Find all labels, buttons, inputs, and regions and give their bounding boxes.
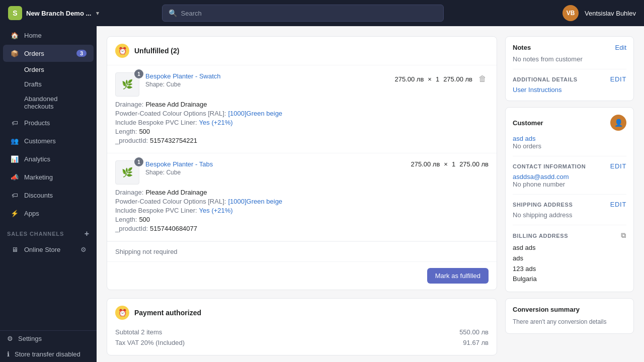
abandoned-label: Abandoned checkouts	[24, 95, 58, 110]
top-navigation: S New Branch Demo ... ▾ 🔍 VB Ventsislav …	[0, 0, 644, 26]
additional-details-section: ADDITIONAL DETAILS Edit User Instruction…	[513, 69, 626, 94]
avatar[interactable]: VB	[562, 5, 579, 21]
sidebar-sub-abandoned[interactable]: Abandoned checkouts	[3, 92, 94, 113]
delete-item-1-button[interactable]: 🗑	[476, 72, 489, 85]
sidebar-item-settings[interactable]: ⚙ Settings	[0, 331, 97, 346]
shipping-title: SHIPPING ADDRESS	[513, 202, 573, 208]
customer-name[interactable]: asd ads	[513, 135, 626, 142]
notes-title: Notes	[513, 44, 531, 51]
item-image-wrap-2: 🌿 1	[115, 160, 139, 185]
attr-drainage-1: Drainage: Please Add Drainage	[115, 101, 489, 108]
customer-orders: No orders	[513, 142, 626, 150]
item-attrs-2: Drainage: Please Add Drainage Powder-Coa…	[115, 189, 489, 232]
additional-details-content[interactable]: User Instructions	[513, 86, 562, 94]
search-icon: 🔍	[169, 9, 177, 17]
billing-copy-button[interactable]: ⧉	[621, 231, 626, 240]
payment-subtotal-row: Subtotal 2 items 550.00 лв	[115, 327, 489, 337]
sidebar-item-apps[interactable]: ⚡ Apps	[3, 205, 94, 222]
sidebar-item-label: Products	[24, 119, 50, 127]
unfulfilled-header: ⏰ Unfulfilled (2)	[107, 37, 497, 65]
settings-icon: ⚙	[7, 335, 13, 342]
sidebar-item-products[interactable]: 🏷 Products	[3, 114, 94, 131]
orders-sub-label: Orders	[24, 66, 44, 73]
sidebar-bottom: ⚙ Settings ℹ Store transfer disabled	[0, 330, 97, 362]
customer-card: Customer 👤 asd ads No orders CONTACT INF…	[505, 107, 634, 292]
shipping-row: Shipping not required	[107, 241, 497, 261]
search-bar[interactable]: 🔍	[162, 5, 444, 22]
sidebar-item-label: Discounts	[24, 192, 53, 199]
sidebar-item-label: Analytics	[24, 155, 50, 163]
sidebar-item-label: Home	[24, 32, 42, 39]
shipping-address-section: SHIPPING ADDRESS Edit No shipping addres…	[513, 194, 626, 219]
contact-email[interactable]: asddsa@asdd.com	[513, 173, 626, 180]
payment-icon: ⏰	[115, 306, 129, 320]
sidebar-item-discounts[interactable]: 🏷 Discounts	[3, 187, 94, 204]
payment-title: Payment authorized	[134, 309, 201, 317]
additional-details-edit-button[interactable]: Edit	[610, 75, 626, 83]
item-name-1[interactable]: Bespoke Planter - Swatch	[145, 72, 388, 80]
item-shape-2: Shape: Cube	[145, 169, 405, 176]
shape-label-2: Shape:	[145, 169, 165, 176]
sidebar-item-online-store[interactable]: 🖥 Online Store ⚙	[3, 241, 94, 258]
item-price-2: 275.00 лв × 1 275.00 лв	[411, 160, 489, 168]
attr-productid-1: _productId: 5157432754221	[115, 137, 489, 144]
item-shape-1: Shape: Cube	[145, 81, 388, 88]
online-store-settings-icon[interactable]: ⚙	[80, 246, 87, 253]
sidebar-item-marketing[interactable]: 📣 Marketing	[3, 168, 94, 186]
customer-title: Customer	[513, 119, 543, 127]
products-icon: 🏷	[10, 118, 19, 127]
sidebar-item-orders[interactable]: 📦 Orders 3	[3, 45, 94, 62]
drafts-label: Drafts	[24, 80, 42, 88]
sidebar-item-home[interactable]: 🏠 Home	[3, 27, 94, 44]
item-name-2[interactable]: Bespoke Planter - Tabs	[145, 160, 405, 168]
sidebar-item-customers[interactable]: 👥 Customers	[3, 132, 94, 149]
item-unit-price-2: 275.00 лв	[411, 160, 440, 168]
billing-address-section: BILLING ADDRESS ⧉ asd ads ads 123 ads Bu…	[513, 225, 626, 285]
sidebar-item-store-transfer[interactable]: ℹ Store transfer disabled	[0, 346, 97, 362]
username-label: Ventsislav Buhlev	[585, 10, 636, 17]
store-logo-area[interactable]: S New Branch Demo ... ▾	[8, 6, 99, 20]
apps-icon: ⚡	[10, 209, 19, 218]
tax-label: Tax	[115, 339, 125, 346]
conversion-card: Conversion summary There aren't any conv…	[505, 298, 634, 334]
item-image-wrap-1: 🌿 1	[115, 72, 139, 97]
sidebar-sub-drafts[interactable]: Drafts	[3, 77, 94, 91]
attr-liner-2: Include Bespoke PVC Liner: Yes (+21%)	[115, 207, 489, 214]
store-name: New Branch Demo ...	[26, 10, 91, 17]
attr-colour-1: Powder-Coated Colour Options [RAL]: [100…	[115, 110, 489, 117]
customers-icon: 👥	[10, 136, 19, 145]
nav-right-area: VB Ventsislav Buhlev	[562, 5, 636, 21]
payment-card: ⏰ Payment authorized Subtotal 2 items 55…	[107, 298, 497, 355]
home-icon: 🏠	[10, 31, 19, 40]
shipping-text: Shipping not required	[115, 248, 178, 255]
mark-fulfilled-button[interactable]: Mark as fulfilled	[427, 268, 489, 284]
search-input[interactable]	[181, 10, 437, 17]
conversion-title: Conversion summary	[513, 306, 580, 313]
attr-length-1: Length: 500	[115, 128, 489, 135]
store-chevron-icon: ▾	[96, 10, 99, 17]
orders-badge: 3	[76, 50, 87, 57]
notes-content: No notes from customer	[513, 55, 583, 63]
analytics-icon: 📊	[10, 154, 19, 163]
sidebar-sub-orders[interactable]: Orders	[3, 63, 94, 76]
sidebar-item-label: Apps	[24, 210, 39, 217]
sales-channels-label: SALES CHANNELS +	[0, 222, 97, 240]
shape-value-2: Cube	[166, 169, 181, 176]
add-sales-channel-button[interactable]: +	[85, 229, 90, 238]
shipping-content: No shipping address	[513, 211, 626, 219]
attr-liner-1: Include Bespoke PVC Liner: Yes (+21%)	[115, 119, 489, 126]
notes-edit-button[interactable]: Edit	[615, 44, 626, 51]
item-badge-1: 1	[134, 69, 143, 78]
sidebar-item-analytics[interactable]: 📊 Analytics	[3, 150, 94, 167]
subtotal-items: 2 items	[141, 328, 162, 336]
shape-label: Shape:	[145, 81, 165, 88]
online-store-icon: 🖥	[10, 245, 19, 254]
order-item-1: 🌿 1 Bespoke Planter - Swatch Shape: Cube	[107, 65, 497, 153]
sidebar-item-label: Orders	[24, 50, 44, 57]
contact-edit-button[interactable]: Edit	[610, 162, 626, 170]
sidebar-item-label: Customers	[24, 137, 56, 145]
marketing-icon: 📣	[10, 172, 19, 182]
item-details-1: Bespoke Planter - Swatch Shape: Cube	[145, 72, 388, 88]
sidebar-item-label: Online Store	[24, 246, 60, 253]
shipping-edit-button[interactable]: Edit	[610, 201, 626, 208]
